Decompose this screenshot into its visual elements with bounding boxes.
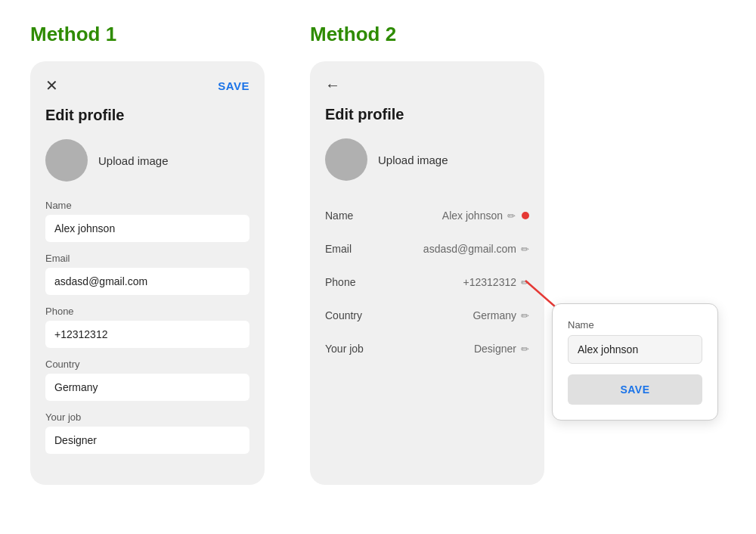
- inline-edit-popup: Name SAVE: [552, 303, 718, 421]
- method2-upload-section[interactable]: Upload image: [325, 138, 529, 181]
- country-row-value: Germany ✏: [472, 309, 529, 321]
- phone-edit-icon[interactable]: ✏: [521, 277, 529, 288]
- name-row-label: Name: [325, 210, 378, 222]
- popup-name-label: Name: [568, 319, 702, 331]
- method2-card: ← Edit profile Upload image Name Alex jo…: [310, 61, 544, 485]
- email-edit-icon[interactable]: ✏: [521, 244, 529, 255]
- upload-section[interactable]: Upload image: [45, 139, 249, 182]
- name-field-group: Name: [45, 200, 249, 242]
- save-button[interactable]: SAVE: [218, 79, 249, 92]
- phone-label: Phone: [45, 306, 249, 317]
- name-row-value: Alex johnson ✏: [442, 210, 529, 222]
- yourjob-edit-icon[interactable]: ✏: [521, 343, 529, 355]
- method2-title: Method 2: [310, 23, 544, 46]
- method2-edit-profile-title: Edit profile: [325, 106, 529, 123]
- phone-row-value: +12312312 ✏: [463, 276, 529, 288]
- country-edit-icon[interactable]: ✏: [521, 310, 529, 321]
- name-row-dot: [522, 212, 529, 219]
- method2-header: ←: [325, 76, 529, 94]
- name-row: Name Alex johnson ✏: [325, 199, 529, 232]
- phone-row-label: Phone: [325, 276, 378, 288]
- country-row: Country Germany ✏: [325, 299, 529, 332]
- upload-image-label: Upload image: [98, 154, 169, 167]
- method2-upload-image-label: Upload image: [378, 154, 448, 166]
- method2-section: Method 2 ← Edit profile Upload image Nam…: [310, 23, 544, 485]
- yourjob-row: Your job Designer ✏: [325, 332, 529, 365]
- phone-input[interactable]: [45, 321, 249, 348]
- phone-value-text: +12312312: [463, 276, 516, 288]
- email-field-group: Email: [45, 253, 249, 295]
- name-label: Name: [45, 200, 249, 211]
- name-edit-icon[interactable]: ✏: [507, 210, 516, 222]
- close-icon[interactable]: ✕: [45, 76, 58, 95]
- method1-header: ✕ SAVE: [45, 76, 249, 95]
- method1-title: Method 1: [30, 23, 265, 46]
- phone-field-group: Phone: [45, 306, 249, 348]
- country-row-label: Country: [325, 309, 378, 321]
- email-value-text: asdasd@gmail.com: [423, 243, 516, 255]
- popup-save-button[interactable]: SAVE: [568, 374, 702, 405]
- country-value-text: Germany: [472, 309, 516, 321]
- email-row-label: Email: [325, 243, 378, 255]
- method1-card: ✕ SAVE Edit profile Upload image Name Em…: [30, 61, 265, 485]
- back-arrow-icon[interactable]: ←: [325, 76, 340, 94]
- method2-avatar: [325, 138, 367, 181]
- country-input[interactable]: [45, 374, 249, 401]
- name-input[interactable]: [45, 215, 249, 242]
- yourjob-input[interactable]: [45, 427, 249, 454]
- country-field-group: Country: [45, 359, 249, 401]
- avatar: [45, 139, 88, 182]
- edit-profile-title: Edit profile: [45, 107, 249, 124]
- yourjob-field-group: Your job: [45, 411, 249, 454]
- name-value-text: Alex johnson: [442, 210, 503, 222]
- country-label: Country: [45, 359, 249, 370]
- email-row-value: asdasd@gmail.com ✏: [423, 243, 529, 255]
- yourjob-row-label: Your job: [325, 343, 378, 355]
- popup-name-input[interactable]: [568, 335, 702, 364]
- yourjob-row-value: Designer ✏: [474, 343, 529, 355]
- yourjob-label: Your job: [45, 411, 249, 423]
- email-label: Email: [45, 253, 249, 264]
- phone-row: Phone +12312312 ✏: [325, 265, 529, 299]
- email-row: Email asdasd@gmail.com ✏: [325, 232, 529, 265]
- email-input[interactable]: [45, 268, 249, 295]
- yourjob-value-text: Designer: [474, 343, 516, 355]
